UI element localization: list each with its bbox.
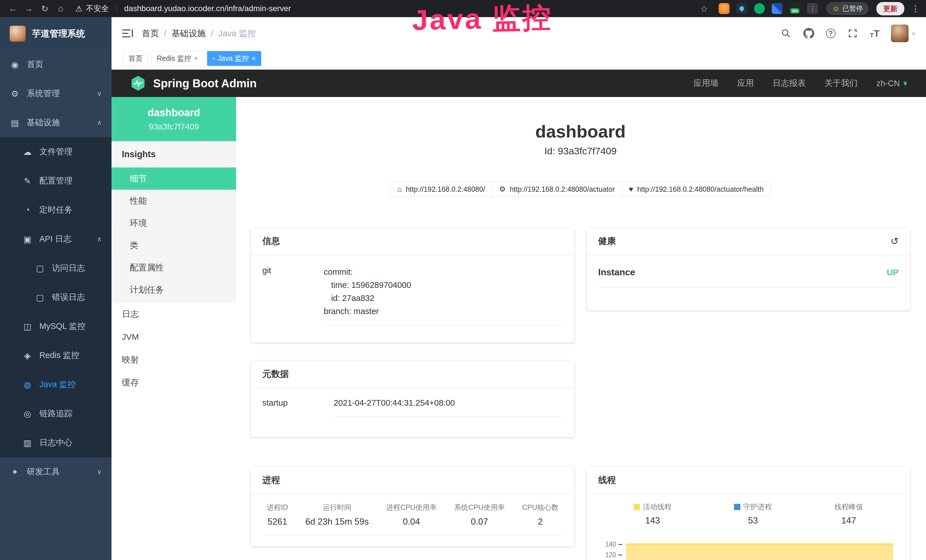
history-icon[interactable]: ↺ [891,235,899,247]
browser-reload-icon[interactable]: ↻ [38,2,51,15]
sidebar-item-log-center[interactable]: ▥ 日志中心 [0,428,112,457]
sba-insights-group: Insights 细节 性能 环境 类 配置属性 计划任务 [112,141,236,303]
sba-menu-details[interactable]: 细节 [112,168,236,190]
switch-extension-icon[interactable]: on [790,3,800,14]
puzzle-extension-icon[interactable]: ⋮ [807,3,818,14]
sidebar-item-tracing[interactable]: ◎ 链路追踪 [0,399,112,428]
close-icon[interactable]: × [194,54,198,62]
chevron-down-icon: ∨ [903,80,908,87]
grid-extension-icon[interactable] [772,3,782,14]
sidebar-item-error-logs[interactable]: ▢ 错误日志 [0,283,112,312]
site-security-indicator[interactable]: ⚠ 不安全 [75,3,109,14]
sidebar-item-config-management[interactable]: ✎ 配置管理 [0,166,112,195]
startup-label: startup [262,398,334,408]
legend-live-threads: 活动线程 143 [634,502,671,526]
chrome-update-button[interactable]: 更新 [876,2,904,15]
fullscreen-icon[interactable] [847,28,858,39]
breadcrumb-home[interactable]: 首页 [142,28,159,39]
sba-menu-jvm[interactable]: JVM [112,325,236,348]
sidebar-item-file-management[interactable]: ☁ 文件管理 [0,137,112,166]
process-metrics-row: 进程ID 5261 运行时间 6d 23h 15m 59s [264,502,561,535]
sidebar-item-label: MySQL 监控 [39,321,86,332]
bookmark-star-icon[interactable]: ☆ [701,4,708,14]
doc-icon: ▢ [35,263,45,273]
status-badge: UP [887,268,899,277]
sba-menu-classes[interactable]: 类 [112,234,236,256]
sidebar-item-access-logs[interactable]: ▢ 访问日志 [0,254,112,283]
sidebar-item-system-management[interactable]: ⚙ 系统管理 ∨ [0,79,112,108]
browser-back-icon[interactable]: ← [6,2,20,15]
startup-row: startup 2021-04-27T00:44:31.254+08:00 [262,398,563,416]
sidebar-item-mysql-monitor[interactable]: ◫ MySQL 监控 [0,312,112,341]
sba-menu-mappings[interactable]: 映射 [112,348,236,371]
actuator-url-link[interactable]: ⚙ http://192.168.0.2:48080/actuator [492,182,622,197]
health-url-link[interactable]: ♥ http://192.168.0.2:48080/actuator/heal… [622,182,771,197]
process-metric: 系统CPU使用率 0.07 [454,502,505,527]
legend-peak-threads: 线程峰值 147 [834,502,863,526]
sba-brand-title: Spring Boot Admin [153,77,257,90]
sidebar-item-java-monitor[interactable]: ◍ Java 监控 [0,370,112,399]
instance-url-link[interactable]: ⌂ http://192.168.0.2:48080/ [390,182,492,197]
browser-forward-icon[interactable]: → [22,2,35,15]
sba-menu-environment[interactable]: 环境 [112,212,236,234]
sba-menu-config-props[interactable]: 配置属性 [112,256,236,279]
user-avatar-menu[interactable]: ∨ [891,24,916,42]
chevron-down-icon: ∨ [911,30,916,37]
paused-label: 已暂停 [843,4,863,13]
sba-menu-insights[interactable]: Insights [112,141,236,168]
sba-brand[interactable]: Spring Boot Admin [130,75,257,92]
sidebar-item-dev-tools[interactable]: ✦ 研发工具 ∨ [0,457,112,486]
sidebar-item-api-logs[interactable]: ▣ API 日志 ∧ [0,224,112,254]
search-icon[interactable] [780,28,792,39]
sba-nav-wallboard[interactable]: 应用墙 [694,77,719,89]
sidebar-item-home[interactable]: ◉ 首页 [0,50,112,79]
small-t: T [870,32,873,39]
spring-boot-admin-frame: Spring Boot Admin 应用墙 应用 日志报表 关于我们 zh-CN… [112,67,926,560]
sidebar-item-label: Redis 监控 [39,350,79,361]
sidebar-item-scheduled-tasks[interactable]: ◔ 定时任务 [0,195,112,224]
sidebar-item-infrastructure[interactable]: ▤ 基础设施 ∧ [0,108,112,137]
font-size-icon[interactable]: TT [870,28,879,39]
process-metric: 进程ID 5261 [267,502,288,527]
metric-value: 5261 [267,517,288,527]
sidebar-item-label: Java 监控 [39,379,76,390]
git-info-row: git commit: time: 1596289704000 id: 27aa… [262,265,563,325]
sba-menu-metrics[interactable]: 性能 [112,190,236,212]
dashboard-icon: ◉ [10,60,20,70]
green-extension-icon[interactable] [754,3,765,14]
git-details: commit: time: 1596289704000 id: 27aa832 … [324,265,563,325]
sba-nav-about[interactable]: 关于我们 [825,77,858,89]
y-axis-tick: 120 [600,551,622,559]
sba-locale-select[interactable]: zh-CN ∨ [876,79,908,88]
sba-menu-scheduled-tasks[interactable]: 计划任务 [112,279,236,301]
sidebar-item-label: 配置管理 [39,175,73,186]
database-icon: ◫ [22,321,33,331]
metric-value: 0.04 [386,517,437,527]
sba-menu-caches[interactable]: 缓存 [112,371,236,394]
legend-label: 线程峰值 [834,502,863,512]
threads-card: 线程 活动线程 [587,467,910,560]
sba-nav-journal[interactable]: 日志报表 [773,77,806,89]
sba-header: Spring Boot Admin 应用墙 应用 日志报表 关于我们 zh-CN… [112,70,926,97]
chevron-down-icon: ∨ [97,468,102,476]
tab-redis-monitor[interactable]: Redis 监控 × [151,51,204,66]
profile-paused-chip[interactable]: ☺ 已暂停 [826,2,869,15]
drop-extension-icon[interactable] [736,3,747,14]
app-logo-row[interactable]: 芋道管理系统 [0,17,112,50]
browser-menu-icon[interactable]: ⋮ [911,4,920,14]
tab-java-monitor[interactable]: ● Java 监控 × [207,51,261,66]
breadcrumb-infrastructure[interactable]: 基础设施 [171,28,206,39]
tab-home[interactable]: 首页 [123,51,148,66]
help-icon[interactable]: ? [826,29,835,38]
sidebar-item-redis-monitor[interactable]: ◈ Redis 监控 [0,341,112,370]
address-bar[interactable]: dashboard.yudao.iocoder.cn/infra/admin-s… [124,4,697,13]
sba-menu-logs[interactable]: 日志 [112,303,236,325]
github-icon[interactable] [803,28,814,39]
app-title: 芋道管理系统 [32,28,85,40]
collapse-sidebar-icon[interactable] [122,28,133,39]
close-icon[interactable]: × [252,54,256,62]
browser-home-icon[interactable]: ⌂ [54,2,67,15]
metric-label: 进程CPU使用率 [386,502,437,512]
sba-nav-applications[interactable]: 应用 [737,77,754,89]
fox-extension-icon[interactable] [719,3,729,14]
